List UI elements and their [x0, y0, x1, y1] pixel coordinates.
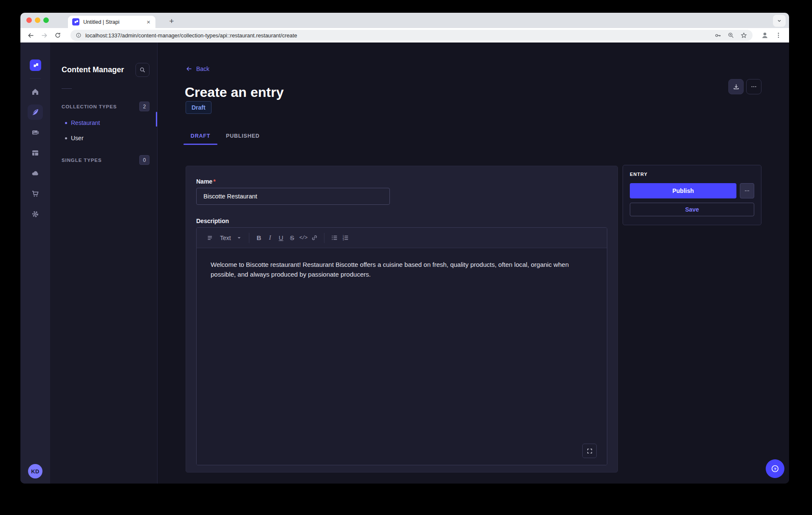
media-library-icon	[31, 128, 39, 137]
back-button[interactable]	[25, 30, 36, 41]
user-avatar[interactable]: KD	[28, 464, 42, 478]
chevron-down-icon[interactable]	[234, 232, 245, 244]
sidebar-item-label: Restaurant	[71, 119, 100, 126]
forward-button[interactable]	[39, 30, 50, 41]
content-type-builder-icon	[31, 149, 39, 157]
name-input[interactable]	[196, 188, 390, 205]
forward-arrow-icon	[41, 32, 48, 39]
single-types-label: SINGLE TYPES	[62, 158, 102, 163]
publish-button[interactable]: Publish	[630, 183, 736, 198]
tab-strip: Untitled | Strapi × +	[20, 13, 789, 28]
collection-types-count-badge: 2	[139, 102, 149, 111]
description-field-label: Description	[196, 218, 607, 224]
sidebar-item-label: User	[71, 135, 84, 141]
back-link[interactable]: Back	[186, 65, 209, 72]
search-icon	[139, 67, 146, 73]
bullet-icon	[65, 122, 67, 124]
svg-text:3: 3	[342, 238, 344, 241]
fullscreen-icon	[586, 448, 593, 454]
subnav-title: Content Manager	[62, 65, 124, 74]
strapi-logo-button[interactable]	[30, 59, 41, 71]
editor-textbox[interactable]: Welcome to Biscotte restaurant! Restaura…	[197, 248, 607, 465]
marketplace-cart-icon	[31, 190, 39, 198]
back-arrow-icon	[27, 32, 34, 39]
minimize-window-button[interactable]	[35, 17, 40, 23]
browser-window: Untitled | Strapi × + localhost:1337/adm…	[20, 13, 789, 484]
help-button[interactable]: ?	[766, 459, 784, 478]
chevron-down-icon	[777, 18, 782, 23]
main-content: Back Create an entry Draft DRAFT PUBLISH…	[158, 42, 789, 484]
nav-settings-button[interactable]	[28, 207, 43, 222]
strikethrough-button[interactable]: S	[287, 232, 298, 244]
editor-toolbar: Text B I U S </>	[197, 228, 607, 248]
new-tab-button[interactable]: +	[166, 15, 178, 27]
numbered-list-button[interactable]: 123	[340, 232, 351, 244]
tab-published[interactable]: PUBLISHED	[224, 127, 261, 145]
maximize-window-button[interactable]	[43, 17, 49, 23]
reload-icon	[54, 32, 61, 39]
nav-home-button[interactable]	[28, 84, 43, 99]
page-title: Create an entry	[185, 85, 284, 100]
content-manager-feather-icon	[31, 108, 39, 116]
rail-divider	[30, 78, 41, 79]
bookmark-star-icon[interactable]	[740, 32, 747, 39]
strapi-admin: KD Content Manager COLLECTION TYPES 2 Re…	[20, 42, 789, 484]
browser-menu-button[interactable]	[773, 30, 784, 41]
single-types-count-badge: 0	[139, 155, 149, 165]
question-mark-icon: ?	[770, 464, 780, 473]
toolbar-divider	[249, 233, 249, 243]
profile-button[interactable]	[759, 30, 770, 41]
download-icon	[733, 83, 740, 91]
url-text: localhost:1337/admin/content-manager/col…	[85, 32, 708, 39]
link-button[interactable]	[309, 232, 320, 244]
entry-panel-title: ENTRY	[630, 172, 754, 177]
save-button[interactable]: Save	[630, 203, 754, 216]
sidebar-item-user[interactable]: User	[50, 130, 157, 146]
zoom-icon[interactable]	[727, 32, 734, 39]
address-bar[interactable]: localhost:1337/admin/content-manager/col…	[70, 30, 753, 41]
kebab-menu-icon	[775, 32, 782, 39]
close-window-button[interactable]	[26, 17, 32, 23]
close-tab-icon[interactable]: ×	[146, 18, 151, 26]
subnav-divider	[62, 88, 72, 89]
nav-content-manager-button[interactable]	[28, 105, 43, 120]
expand-editor-button[interactable]	[582, 444, 597, 458]
search-button[interactable]	[135, 63, 149, 77]
bold-button[interactable]: B	[254, 232, 265, 244]
tab-draft[interactable]: DRAFT	[183, 127, 217, 145]
password-key-icon[interactable]	[714, 32, 722, 39]
browser-toolbar: localhost:1337/admin/content-manager/col…	[20, 28, 789, 42]
site-info-icon[interactable]	[76, 32, 82, 38]
block-type-select[interactable]: Text	[216, 232, 234, 244]
nav-content-type-builder-button[interactable]	[28, 145, 43, 161]
name-field-label: Name*	[196, 178, 607, 185]
align-left-icon[interactable]	[205, 232, 216, 244]
nav-marketplace-button[interactable]	[28, 186, 43, 201]
bullet-icon	[65, 137, 67, 139]
back-arrow-icon	[186, 65, 192, 72]
strapi-logo-icon	[32, 62, 38, 68]
bulleted-list-button[interactable]	[329, 232, 340, 244]
version-tabs: DRAFT PUBLISHED	[183, 127, 261, 145]
tab-title: Untitled | Strapi	[83, 19, 146, 25]
underline-button[interactable]: U	[276, 232, 287, 244]
settings-gear-icon	[31, 210, 39, 218]
entry-more-button[interactable]	[740, 183, 754, 198]
entry-panel: ENTRY Publish Save	[623, 165, 761, 225]
svg-text:?: ?	[774, 467, 776, 471]
reload-button[interactable]	[52, 30, 63, 41]
code-button[interactable]: </>	[298, 232, 309, 244]
entry-form-card: Name* Description Text B	[186, 166, 618, 473]
sidebar-item-restaurant[interactable]: Restaurant	[50, 115, 157, 130]
nav-media-library-button[interactable]	[28, 125, 43, 140]
main-nav-rail: KD	[20, 42, 50, 484]
strapi-favicon-icon	[72, 18, 79, 25]
header-more-button[interactable]	[746, 79, 761, 94]
import-export-button[interactable]	[728, 79, 744, 94]
italic-button[interactable]: I	[265, 232, 276, 244]
tab-search-button[interactable]	[773, 15, 786, 27]
required-asterisk: *	[213, 178, 215, 185]
collection-types-label: COLLECTION TYPES	[62, 104, 117, 109]
nav-deploy-button[interactable]	[28, 166, 43, 181]
browser-tab[interactable]: Untitled | Strapi ×	[68, 16, 155, 28]
